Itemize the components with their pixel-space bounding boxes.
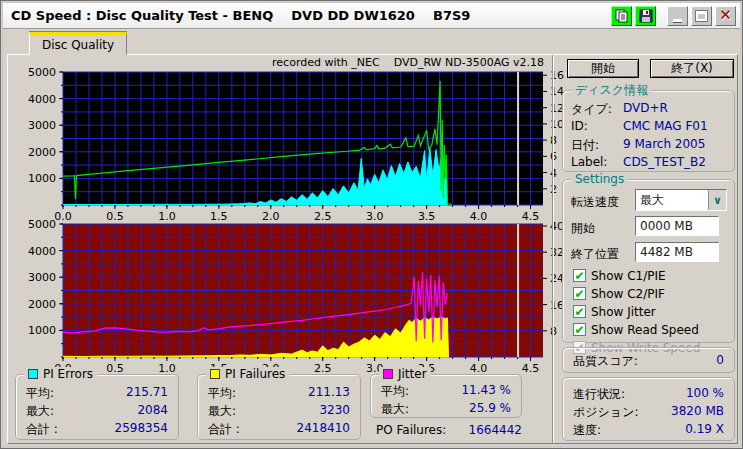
jitter-title: Jitter bbox=[398, 367, 427, 381]
quality-score-box: 品質スコア:0 bbox=[562, 347, 735, 373]
max-label: 最大: bbox=[208, 403, 236, 420]
svg-text:1000: 1000 bbox=[28, 172, 56, 185]
end-pos-label: 終了位置 bbox=[571, 246, 619, 263]
svg-text:2.5: 2.5 bbox=[314, 362, 332, 374]
check-icon: ✔ bbox=[574, 270, 584, 282]
pi-failures-title: PI Failures bbox=[225, 367, 285, 381]
disc-info-group: ディスク情報 タイプ:DVD+R ID:CMC MAG F01 日付:9 Mar… bbox=[562, 90, 735, 172]
max-label: 最大: bbox=[381, 401, 409, 418]
pi-failures-total: 2418410 bbox=[297, 421, 350, 438]
speed-combobox-value: 最大 bbox=[636, 190, 668, 211]
progress-value: 100 % bbox=[686, 386, 724, 403]
minimize-button[interactable] bbox=[667, 6, 688, 26]
checkbox-box: ✔ bbox=[573, 287, 586, 300]
checkbox-box: ✔ bbox=[573, 269, 586, 282]
jitter-box: Jitter 平均:11.43 % 最大:25.9 % bbox=[370, 374, 522, 418]
pi-errors-avg: 215.71 bbox=[126, 385, 168, 402]
pi-errors-speed-chart: 100020003000400050002468101214160.00.51.… bbox=[10, 66, 570, 222]
checkbox-show-read-speed[interactable]: ✔Show Read Speed bbox=[573, 322, 699, 337]
pi-failures-max: 3230 bbox=[319, 403, 350, 420]
jitter-legend: Jitter bbox=[379, 367, 431, 381]
pi-errors-legend: PI Errors bbox=[24, 367, 97, 381]
start-pos-label: 開始 bbox=[571, 220, 595, 237]
save-icon-glyph bbox=[639, 9, 653, 23]
start-button[interactable]: 開始 bbox=[567, 59, 639, 78]
po-failures-row: PO Failures: 1664442 bbox=[376, 423, 522, 437]
svg-text:4000: 4000 bbox=[28, 93, 56, 106]
check-icon: ✔ bbox=[574, 324, 584, 336]
panel-separator bbox=[552, 55, 554, 443]
svg-text:2000: 2000 bbox=[28, 146, 56, 159]
jitter-swatch bbox=[383, 369, 393, 379]
disc-type-value: DVD+R bbox=[623, 101, 668, 118]
svg-text:4000: 4000 bbox=[28, 245, 56, 258]
svg-text:1000: 1000 bbox=[28, 324, 56, 337]
disc-date-value: 9 March 2005 bbox=[623, 137, 705, 154]
quality-score-label: 品質スコア: bbox=[573, 353, 638, 370]
total-label: 合計 : bbox=[26, 421, 58, 438]
close-button[interactable]: ✕ bbox=[715, 6, 736, 26]
tab-label: Disc Quality bbox=[42, 38, 114, 52]
checkbox-box: ✔ bbox=[573, 305, 586, 318]
disc-info-title: ディスク情報 bbox=[571, 83, 652, 97]
speed-combobox[interactable]: 最大 ∨ bbox=[635, 189, 727, 211]
svg-text:5000: 5000 bbox=[28, 66, 56, 79]
pi-errors-max: 2084 bbox=[137, 403, 168, 420]
start-button-label: 開始 bbox=[591, 60, 615, 77]
disc-date-label: 日付: bbox=[571, 137, 623, 154]
disc-id-value: CMC MAG F01 bbox=[623, 119, 708, 133]
end-pos-field[interactable]: 4482 MB bbox=[635, 242, 719, 262]
copy-icon[interactable] bbox=[611, 6, 632, 26]
max-label: 最大: bbox=[26, 403, 54, 420]
avg-label: 平均: bbox=[26, 385, 54, 402]
checkbox-show-c2-pif[interactable]: ✔Show C2/PIF bbox=[573, 286, 665, 301]
progress-box: 進行状況:100 % ポジション:3820 MB 速度:0.19 X bbox=[562, 377, 735, 441]
check-icon: ✔ bbox=[574, 288, 584, 300]
pi-errors-swatch bbox=[28, 369, 38, 379]
svg-text:4.0: 4.0 bbox=[470, 362, 488, 374]
pi-failures-box: PI Failures 平均:211.13 最大:3230 合計 :241841… bbox=[197, 374, 361, 440]
position-value: 3820 MB bbox=[671, 404, 724, 421]
po-failures-label: PO Failures: bbox=[376, 423, 446, 437]
avg-label: 平均: bbox=[381, 383, 409, 400]
pi-errors-total: 2598354 bbox=[115, 421, 168, 438]
maximize-icon bbox=[696, 11, 707, 21]
disc-quality-panel: recorded with _NEC DVD_RW ND-3500AG v2.1… bbox=[7, 54, 738, 444]
chevron-down-icon[interactable]: ∨ bbox=[708, 190, 726, 210]
speed-x-label: 速度: bbox=[573, 422, 601, 439]
svg-text:3000: 3000 bbox=[28, 271, 56, 284]
app-window: CD Speed : Disc Quality Test - BENQ DVD … bbox=[0, 0, 743, 449]
jitter-avg: 11.43 % bbox=[461, 383, 511, 400]
titlebar: CD Speed : Disc Quality Test - BENQ DVD … bbox=[3, 3, 740, 29]
checkbox-show-jitter[interactable]: ✔Show Jitter bbox=[573, 304, 656, 319]
disc-label-label: Label: bbox=[571, 155, 623, 169]
maximize-button[interactable] bbox=[691, 6, 712, 26]
speed-x-value: 0.19 X bbox=[685, 422, 724, 439]
svg-text:1.0: 1.0 bbox=[158, 362, 176, 374]
svg-text:0.5: 0.5 bbox=[106, 362, 124, 374]
speed-label: 転送速度 bbox=[571, 194, 619, 211]
disc-type-label: タイプ: bbox=[571, 101, 623, 118]
window-title: CD Speed : Disc Quality Test - BENQ DVD … bbox=[11, 8, 608, 23]
copy-icon-glyph bbox=[615, 9, 628, 23]
minimize-icon bbox=[673, 19, 682, 22]
checkbox-label: Show Jitter bbox=[591, 305, 656, 319]
jitter-max: 25.9 % bbox=[469, 401, 511, 418]
pi-errors-title: PI Errors bbox=[43, 367, 93, 381]
tab-disc-quality[interactable]: Disc Quality bbox=[29, 32, 127, 55]
avg-label: 平均: bbox=[208, 385, 236, 402]
pi-failures-legend: PI Failures bbox=[206, 367, 289, 381]
pi-failures-swatch bbox=[210, 369, 220, 379]
checkbox-label: Show C2/PIF bbox=[591, 287, 665, 301]
disc-id-label: ID: bbox=[571, 119, 623, 133]
pi-failures-jitter-chart: 100020003000400050008162432400.00.51.01.… bbox=[10, 218, 570, 374]
start-pos-field[interactable]: 0000 MB bbox=[635, 216, 719, 236]
svg-text:3000: 3000 bbox=[28, 119, 56, 132]
save-icon[interactable] bbox=[635, 6, 656, 26]
pi-failures-avg: 211.13 bbox=[308, 385, 350, 402]
svg-text:5000: 5000 bbox=[28, 218, 56, 231]
close-icon: ✕ bbox=[719, 8, 732, 23]
disc-label-value: CDS_TEST_B2 bbox=[623, 155, 706, 169]
checkbox-show-c1-pie[interactable]: ✔Show C1/PIE bbox=[573, 268, 666, 283]
exit-button[interactable]: 終了(X) bbox=[650, 59, 734, 78]
